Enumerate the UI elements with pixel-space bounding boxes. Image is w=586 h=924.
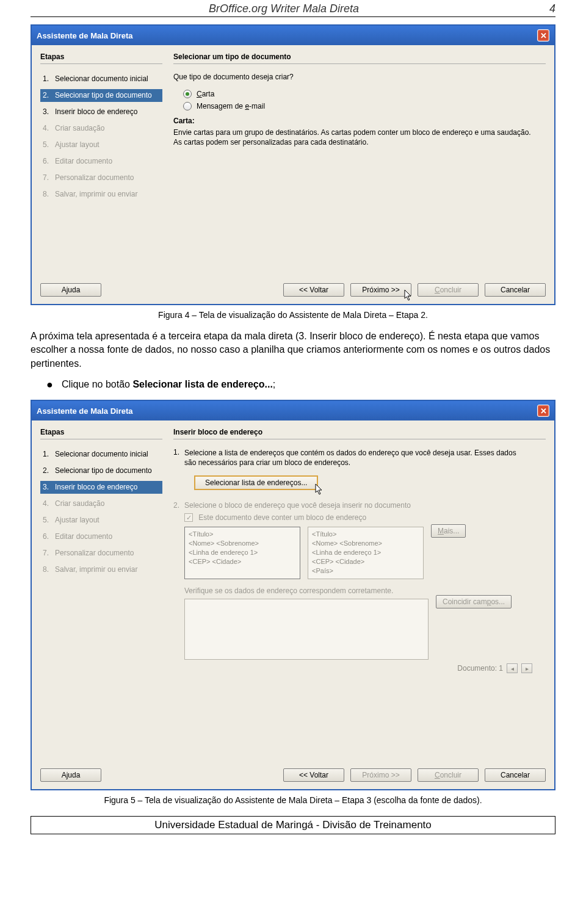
figure4-caption: Figura 4 – Tela de visualização do Assis… — [31, 310, 555, 320]
sec1-text: Selecione a lista de endereços que conté… — [184, 448, 526, 467]
cursor-icon — [403, 289, 414, 302]
back-button[interactable]: << Voltar — [283, 283, 344, 297]
steps-rule — [40, 63, 162, 64]
doc-label: Documento: 1 — [457, 664, 503, 673]
radio-email-label: Mensagem de e-mail — [197, 102, 265, 110]
step-8: 8.Salvar, imprimir ou enviar — [40, 188, 162, 201]
bullet-1: ● Clique no botão Selecionar lista de en… — [46, 379, 555, 390]
right-rule — [173, 439, 546, 439]
wizard-title-text: Assistente de Mala Direta — [37, 31, 133, 40]
step-5: 5.Ajustar layout — [40, 514, 162, 527]
address-block-2[interactable]: <Título><Nome> <Sobrenome><Linha de ende… — [308, 527, 424, 579]
next-doc-button[interactable]: ▸ — [521, 663, 532, 673]
more-button: Mais... — [431, 524, 466, 538]
wizard-titlebar: Assistente de Mala Direta ✕ — [32, 26, 554, 45]
right-rule — [173, 63, 546, 64]
close-icon[interactable]: ✕ — [537, 405, 549, 417]
chk-label: Este documento deve conter um bloco de e… — [198, 513, 366, 522]
bullet-text-bold: Selecionar lista de endereço... — [132, 379, 272, 389]
step-2[interactable]: 2.Selecionar tipo de documento — [40, 464, 162, 477]
sec2-text: Selecione o bloco de endereço que você d… — [184, 501, 546, 510]
desc-body: Envie cartas para um grupo de destinatár… — [173, 128, 534, 147]
cancel-button[interactable]: Cancelar — [485, 283, 546, 297]
step-5: 5.Ajustar layout — [40, 139, 162, 151]
checkbox-icon: ✓ — [184, 513, 193, 522]
step-4: 4.Criar saudação — [40, 497, 162, 510]
radio-carta[interactable]: Carta — [183, 90, 546, 98]
select-address-list-button[interactable]: Selecionar lista de endereços... — [194, 475, 318, 490]
header-rule — [31, 16, 555, 17]
document-header: BrOffice.org Writer Mala Direta 4 — [31, 0, 555, 16]
steps-list: 1.Selecionar documento inicial 2.Selecio… — [40, 73, 162, 201]
prev-doc-button[interactable]: ◂ — [507, 663, 518, 673]
document-page-number: 4 — [537, 2, 555, 15]
step-2[interactable]: 2.Selecionar tipo de documento — [40, 89, 162, 102]
paragraph-1: A próxima tela apresentada é a terceira … — [31, 330, 555, 370]
bullet-text-post: ; — [273, 379, 275, 389]
wizard-buttons: Ajuda << Voltar Próximo >> Concluir Canc… — [32, 762, 554, 789]
sec1-num: 1. — [173, 448, 179, 489]
step-3[interactable]: 3.Inserir bloco de endereço — [40, 481, 162, 494]
steps-heading: Etapas — [40, 428, 162, 436]
steps-list: 1.Selecionar documento inicial 2.Selecio… — [40, 448, 162, 576]
next-button: Próximo >> — [350, 768, 411, 782]
step-6: 6.Editar documento — [40, 530, 162, 543]
steps-heading: Etapas — [40, 52, 162, 61]
cancel-button[interactable]: Cancelar — [485, 768, 546, 782]
right-heading: Inserir bloco de endereço — [173, 428, 546, 436]
step-3[interactable]: 3.Inserir bloco de endereço — [40, 106, 162, 118]
step-6: 6.Editar documento — [40, 155, 162, 168]
step-7: 7.Personalizar documento — [40, 547, 162, 560]
finish-button: Concluir — [418, 768, 479, 782]
radio-email[interactable]: Mensagem de e-mail — [183, 102, 546, 110]
document-footer: Universidade Estadual de Maringá - Divis… — [31, 816, 555, 834]
wizard-step2: Assistente de Mala Direta ✕ Etapas 1.Sel… — [31, 24, 555, 305]
back-button[interactable]: << Voltar — [283, 768, 344, 782]
right-heading: Selecionar um tipo de documento — [173, 52, 546, 61]
document-nav: Documento: 1 ◂ ▸ — [184, 663, 532, 673]
bullet-text-pre: Clique no botão — [62, 379, 133, 389]
help-button[interactable]: Ajuda — [40, 283, 101, 297]
document-header-title: BrOffice.org Writer Mala Direta — [31, 2, 537, 15]
address-preview — [184, 599, 429, 660]
wizard-title-text: Assistente de Mala Direta — [37, 406, 133, 416]
sec2-num: 2. — [173, 501, 179, 674]
radio-icon — [183, 102, 192, 110]
verify-text: Verifique se os dados de endereço corres… — [184, 587, 546, 595]
finish-button: Concluir — [418, 283, 479, 297]
step-7: 7.Personalizar documento — [40, 171, 162, 184]
desc-title: Carta: — [173, 117, 195, 125]
help-button[interactable]: Ajuda — [40, 768, 101, 782]
next-button[interactable]: Próximo >> — [350, 283, 411, 297]
wizard-buttons: Ajuda << Voltar Próximo >> Concluir Canc… — [32, 277, 554, 304]
wizard-step3: Assistente de Mala Direta ✕ Etapas 1.Sel… — [31, 400, 555, 790]
address-block-1[interactable]: <Título><Nome> <Sobrenome><Linha de ende… — [184, 527, 300, 579]
steps-rule — [40, 439, 162, 439]
match-fields-button: Coincidir campos... — [436, 595, 512, 608]
wizard-titlebar: Assistente de Mala Direta ✕ — [32, 401, 554, 420]
close-icon[interactable]: ✕ — [537, 29, 549, 42]
step-8: 8.Salvar, imprimir ou enviar — [40, 563, 162, 576]
radio-icon — [183, 90, 192, 98]
step-1[interactable]: 1.Selecionar documento inicial — [40, 448, 162, 461]
radio-carta-label: Carta — [197, 90, 214, 98]
question-text: Que tipo de documento deseja criar? — [173, 73, 546, 81]
bullet-icon: ● — [46, 379, 53, 390]
step-4: 4.Criar saudação — [40, 122, 162, 135]
cursor-icon — [314, 483, 325, 496]
figure5-caption: Figura 5 – Tela de visualização do Assis… — [31, 795, 555, 805]
step-1[interactable]: 1.Selecionar documento inicial — [40, 73, 162, 85]
